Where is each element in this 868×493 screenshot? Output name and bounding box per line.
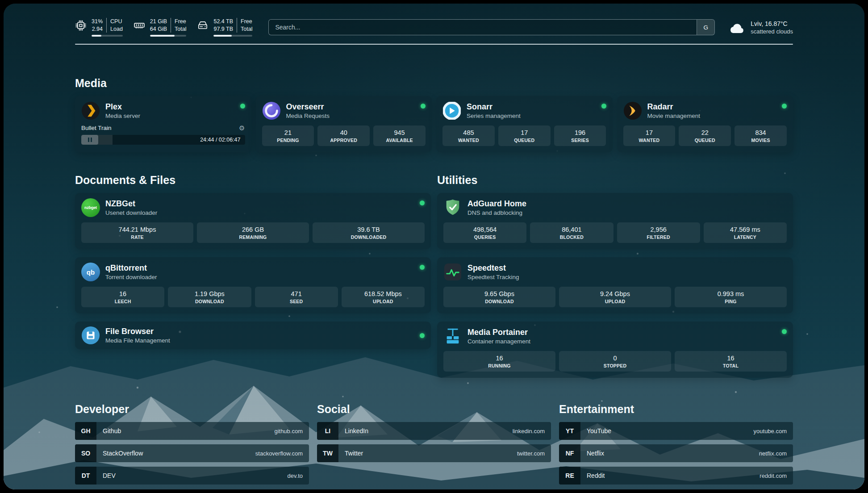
app-name: Plex [105,102,140,112]
bookmark-url: github.com [274,428,309,435]
top-bar: 31% 2.94 CPU Load [75,4,793,37]
stat-value: 0.993 ms [676,290,785,297]
github-icon: GH [75,422,96,440]
stat-label: PING [676,299,785,304]
search-bar[interactable]: G [268,19,715,35]
stat-label: BLOCKED [532,234,611,240]
speedtest-card[interactable]: Speedtest Speedtest Tracking 9.65 Gbps D… [437,257,793,313]
app-name: AdGuard Home [467,199,526,209]
plex-progress-bar[interactable]: 24:44 / 02:06:47 [81,135,245,145]
storage-total-label: Total [241,25,252,33]
stat-box: 618.52 Mbps UPLOAD [342,287,425,307]
stat-box: 266 GB REMAINING [197,222,309,243]
settings-gear-icon[interactable]: ⚙ [239,125,245,131]
bookmark-label: YouTube [587,427,611,435]
search-input[interactable] [269,20,697,35]
stat-box: 22 QUEUED [679,125,731,146]
stat-label: UPLOAD [343,299,423,304]
linkedin-icon: LI [317,422,338,440]
bookmark-url: youtube.com [754,428,793,435]
search-engine-button[interactable]: G [697,20,714,35]
stat-label: SEED [257,299,336,304]
portainer-card[interactable]: Media Portainer Container management 16 … [437,322,793,378]
entertainment-column: Entertainment YT YouTube youtube.com NF … [559,403,793,485]
filebrowser-icon [81,326,100,345]
media-grid: Plex Media server Bullet Train ⚙ 24:44 /… [75,96,793,152]
plex-icon [81,101,100,120]
app-name: qBittorrent [105,263,157,273]
reddit-icon: RE [559,467,580,485]
sonarr-icon [442,101,461,120]
cpu-load-label: Load [110,25,123,33]
radarr-card[interactable]: Radarr Movie management 17 WANTED 22 QUE… [617,96,793,152]
nzbget-card[interactable]: nzbget NZBGet Usenet downloader 744.21 M… [75,193,431,249]
stat-label: FILTERED [619,234,698,240]
radarr-icon [623,101,642,120]
bookmark-stackoverflow[interactable]: SO StackOverflow stackoverflow.com [75,444,309,462]
app-desc: DNS and adblocking [467,209,526,216]
stat-value: 16 [83,290,163,297]
stat-value: 196 [556,129,605,136]
plex-card[interactable]: Plex Media server Bullet Train ⚙ 24:44 /… [75,96,251,152]
memory-total-label: Total [175,25,186,33]
bookmark-youtube[interactable]: YT YouTube youtube.com [559,422,793,440]
bookmark-linkedin[interactable]: LI LinkedIn linkedin.com [317,422,551,440]
stat-value: 40 [319,129,368,136]
storage-icon [197,20,209,31]
stat-box: 1.19 Gbps DOWNLOAD [168,287,251,307]
stat-value: 945 [375,129,424,136]
stat-box: 17 WANTED [623,125,676,146]
youtube-icon: YT [559,422,580,440]
bookmark-reddit[interactable]: RE Reddit reddit.com [559,467,793,485]
bookmark-netflix[interactable]: NF Netflix netflix.com [559,444,793,462]
bookmark-twitter[interactable]: TW Twitter twitter.com [317,444,551,462]
stat-label: TOTAL [676,363,785,368]
stat-label: LEECH [83,299,163,304]
app-desc: Series management [467,113,521,119]
stat-value: 17 [500,129,549,136]
storage-free-value: 52.4 TB [213,18,233,25]
stat-box: 47.569 ms LATENCY [704,222,787,243]
speedtest-icon [443,263,462,281]
stat-value: 266 GB [199,226,307,233]
stat-value: 86,401 [532,226,611,233]
stat-value: 16 [445,355,554,362]
memory-icon [134,20,145,31]
memory-progress-fill [150,35,175,37]
qbittorrent-icon: qb [81,263,100,281]
stat-label: PENDING [264,138,313,143]
filebrowser-card[interactable]: File Browser Media File Management [75,322,431,349]
stat-value: 0 [561,355,669,362]
stat-label: QUEUED [500,138,549,143]
pause-button[interactable] [81,135,98,145]
stat-box: 16 TOTAL [675,351,787,372]
section-title-documents: Documents & Files [75,174,431,187]
stat-box: 9.24 Gbps UPLOAD [559,287,671,307]
stat-value: 21 [264,129,313,136]
overseerr-card[interactable]: Overseerr Media Requests 21 PENDING 40 A… [256,96,432,152]
stackoverflow-icon: SO [75,444,96,462]
app-desc: Torrent downloader [105,274,157,280]
bookmark-url: reddit.com [760,472,793,479]
weather-location: Lviv, 16.87°C [751,20,793,27]
stat-label: DOWNLOAD [170,299,249,304]
qbittorrent-card[interactable]: qb qBittorrent Torrent downloader 16 [75,257,431,313]
stat-value: 47.569 ms [705,226,785,233]
stat-label: APPROVED [319,138,368,143]
app-name: Radarr [647,102,701,112]
bookmark-label: DEV [103,472,116,479]
section-title-social: Social [317,403,551,416]
app-desc: Media server [105,113,140,119]
section-title-utilities: Utilities [437,174,793,187]
status-indicator [420,201,425,205]
sonarr-card[interactable]: Sonarr Series management 485 WANTED 17 Q… [436,96,613,152]
app-name: Sonarr [467,102,521,112]
adguard-card[interactable]: AdGuard Home DNS and adblocking 498,564 … [437,193,793,249]
stat-value: 39.6 TB [314,226,423,233]
bookmark-dev[interactable]: DT DEV dev.to [75,467,309,485]
playback-time: 24:44 / 02:06:47 [200,137,245,143]
bookmark-github[interactable]: GH Github github.com [75,422,309,440]
stat-label: UPLOAD [561,299,669,304]
storage-widget: 52.4 TB 97.9 TB Free Total [197,18,252,37]
storage-total-value: 97.9 TB [213,25,233,33]
